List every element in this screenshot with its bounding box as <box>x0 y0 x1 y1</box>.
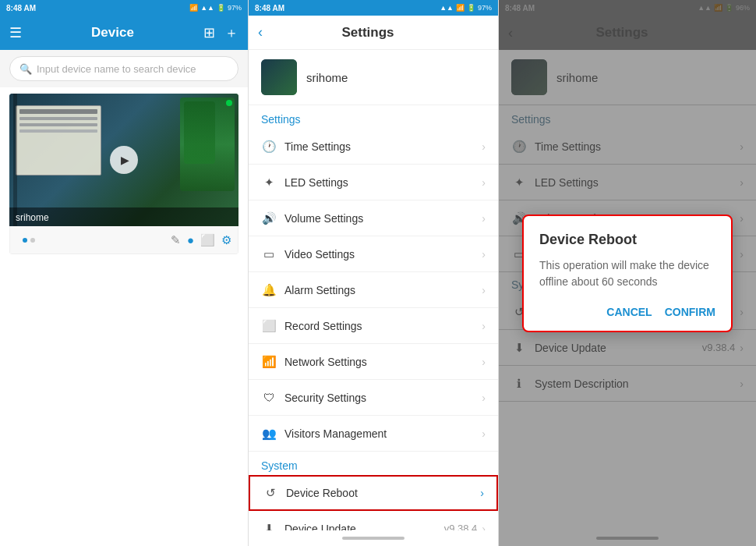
dialog-buttons: CANCEL CONFIRM <box>539 303 715 321</box>
dialog-overlay: Device Reboot This operation will make t… <box>499 0 756 546</box>
setting-visitors[interactable]: 👥 Visitors Management › <box>249 416 498 452</box>
signal-icon-2: ▲▲ <box>440 4 454 12</box>
camera-toolbar: ✎ ● ⬜ ⚙ <box>9 226 238 254</box>
video-label: Video Settings <box>284 248 482 261</box>
search-bar: 🔍 Input device name to search device <box>0 50 248 87</box>
wifi-icon: ▲▲ <box>200 4 214 12</box>
search-input-container[interactable]: 🔍 Input device name to search device <box>9 56 238 81</box>
network-chevron: › <box>482 356 486 368</box>
setting-security[interactable]: 🛡 Security Settings › <box>249 380 498 416</box>
device-name-2: srihome <box>306 71 348 84</box>
setting-led[interactable]: ✦ LED Settings › <box>249 165 498 200</box>
alarm-label: Alarm Settings <box>284 284 482 296</box>
network-label: Network Settings <box>284 356 482 368</box>
record-chevron: › <box>482 320 486 332</box>
video-chevron: › <box>482 248 486 261</box>
update-icon: ⬇ <box>261 522 277 531</box>
status-time-2: 8:48 AM <box>255 4 284 12</box>
reboot-chevron: › <box>480 487 484 499</box>
led-chevron: › <box>482 176 486 189</box>
edit-icon[interactable]: ✎ <box>171 233 181 247</box>
time-icon: 🕐 <box>261 140 277 154</box>
camera-name-label: srihome <box>16 212 49 223</box>
security-icon: 🛡 <box>261 391 277 404</box>
alarm-icon: 🔔 <box>261 283 277 297</box>
setting-volume[interactable]: 🔊 Volume Settings › <box>249 200 498 236</box>
dialog-title: Device Reboot <box>539 232 715 248</box>
update-value: v9.38.4 <box>444 523 478 530</box>
update-chevron: › <box>482 523 486 531</box>
device-header-2: srihome <box>249 50 498 105</box>
battery-text: 97% <box>228 4 242 12</box>
grid-icon[interactable]: ⊞ <box>203 24 215 41</box>
time-chevron: › <box>482 140 486 153</box>
record-dot-icon[interactable]: ● <box>187 233 194 246</box>
status-bar-2: 8:48 AM ▲▲ 📶 🔋 97% <box>249 0 498 16</box>
status-icons-1: 📶 ▲▲ 🔋 97% <box>189 4 242 12</box>
nav-title-1: Device <box>91 25 134 41</box>
panel-settings: 8:48 AM ▲▲ 📶 🔋 97% ‹ Settings srihome Se… <box>249 0 499 546</box>
nav-right-icons: ⊞ ＋ <box>203 23 238 42</box>
record-icon: ⬜ <box>261 319 277 333</box>
device-thumbnail-2 <box>261 59 297 95</box>
signal-icon: 📶 <box>189 4 198 12</box>
security-label: Security Settings <box>284 392 482 404</box>
camera-feed[interactable]: ▶ srihome <box>9 94 238 226</box>
search-placeholder: Input device name to search device <box>37 63 196 75</box>
home-bar-2 <box>342 537 404 540</box>
add-icon[interactable]: ＋ <box>224 23 238 42</box>
setting-update[interactable]: ⬇ Device Update v9.38.4 › <box>249 511 498 530</box>
video-icon: ▭ <box>261 247 277 261</box>
visitors-icon: 👥 <box>261 427 277 441</box>
battery-text-2: 97% <box>478 4 492 12</box>
page-dots <box>23 238 35 243</box>
battery-icon: 🔋 <box>217 4 225 12</box>
panel-device-list: 8:48 AM 📶 ▲▲ 🔋 97% ☰ Device ⊞ ＋ 🔍 Input … <box>0 0 249 546</box>
reboot-label: Device Reboot <box>286 487 480 499</box>
status-icons-2: ▲▲ 📶 🔋 97% <box>440 4 492 12</box>
visitors-chevron: › <box>482 427 486 440</box>
record-label: Record Settings <box>284 320 482 332</box>
settings-list-2: srihome Settings 🕐 Time Settings › ✦ LED… <box>249 50 498 530</box>
play-button[interactable]: ▶ <box>110 146 138 174</box>
status-bar-1: 8:48 AM 📶 ▲▲ 🔋 97% <box>0 0 248 16</box>
settings-section-label-2: Settings <box>249 105 498 129</box>
setting-reboot[interactable]: ↺ Device Reboot › <box>249 475 498 511</box>
nav-title-2: Settings <box>341 25 394 41</box>
setting-network[interactable]: 📶 Network Settings › <box>249 344 498 380</box>
security-chevron: › <box>482 392 486 404</box>
alarm-chevron: › <box>482 284 486 296</box>
wifi-icon-2: 📶 <box>456 4 465 12</box>
back-button-2[interactable]: ‹ <box>258 24 263 41</box>
led-label: LED Settings <box>284 176 482 189</box>
reboot-icon: ↺ <box>263 486 278 500</box>
online-indicator <box>226 100 232 106</box>
settings-gear-icon[interactable]: ⚙ <box>221 233 231 247</box>
camera-label-bar: srihome <box>9 207 238 226</box>
setting-video[interactable]: ▭ Video Settings › <box>249 236 498 272</box>
search-icon: 🔍 <box>19 63 32 75</box>
setting-alarm[interactable]: 🔔 Alarm Settings › <box>249 272 498 308</box>
home-indicator-2 <box>249 530 498 546</box>
nav-bar-1: ☰ Device ⊞ ＋ <box>0 16 248 50</box>
fullscreen-icon[interactable]: ⬜ <box>200 233 215 247</box>
status-time-1: 8:48 AM <box>6 4 36 12</box>
dialog-cancel-button[interactable]: CANCEL <box>606 303 652 321</box>
hamburger-icon[interactable]: ☰ <box>9 24 22 41</box>
dialog-confirm-button[interactable]: CONFIRM <box>665 303 715 321</box>
device-reboot-dialog: Device Reboot This operation will make t… <box>522 214 733 332</box>
dot-2 <box>30 238 35 243</box>
setting-record[interactable]: ⬜ Record Settings › <box>249 308 498 344</box>
dialog-message: This operation will make the device offl… <box>539 257 715 290</box>
dot-1 <box>23 238 27 243</box>
visitors-label: Visitors Management <box>284 427 482 440</box>
nav-bar-2: ‹ Settings <box>249 16 498 50</box>
volume-icon: 🔊 <box>261 211 277 225</box>
time-label: Time Settings <box>284 140 482 153</box>
battery-icon-2: 🔋 <box>467 4 475 12</box>
setting-time[interactable]: 🕐 Time Settings › <box>249 129 498 165</box>
network-icon: 📶 <box>261 355 277 369</box>
volume-label: Volume Settings <box>284 212 482 225</box>
camera-card: ▶ srihome ✎ ● ⬜ ⚙ <box>9 94 238 254</box>
play-icon: ▶ <box>121 154 129 166</box>
